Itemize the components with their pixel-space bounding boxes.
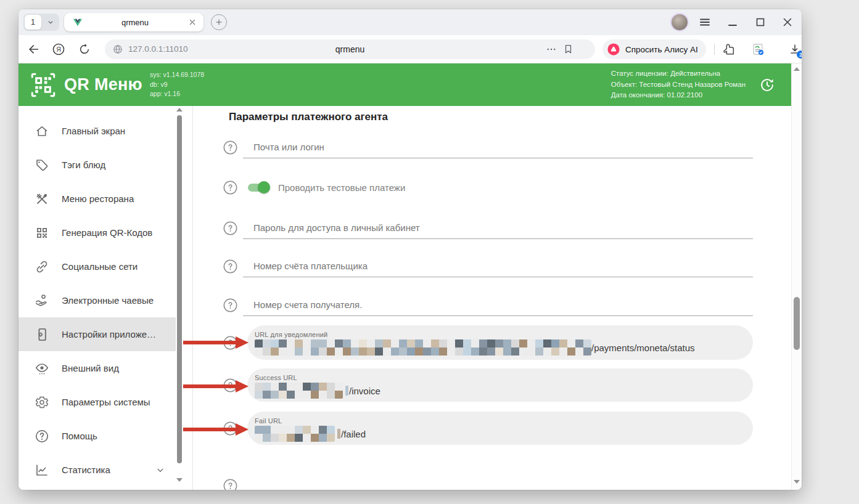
- sidebar-item-label: Тэги блюд: [62, 160, 105, 170]
- sidebar-item-electronic-tips[interactable]: Электронные чаевые: [18, 283, 176, 317]
- tab-close-icon[interactable]: [187, 17, 197, 27]
- redacted-fragment: [345, 386, 348, 396]
- sidebar-item-social-networks[interactable]: Социальные сети: [18, 250, 176, 283]
- tab-counter[interactable]: 1: [25, 15, 41, 30]
- version-info: sys: v1.14.69.1078 db: v9 app: v1.16: [150, 70, 204, 99]
- bookmark-icon[interactable]: [562, 43, 574, 55]
- vue-favicon-icon: [73, 17, 83, 27]
- app-title: QR Меню: [64, 75, 142, 94]
- extension-mitten-icon[interactable]: [722, 43, 736, 56]
- page-scrollbar[interactable]: [791, 63, 802, 490]
- recipient-account-placeholder: Номер счета получателя.: [253, 299, 362, 310]
- sidebar-item-qr-generation[interactable]: Генерация QR-Кодов: [18, 216, 176, 250]
- notification-url-value: /payments/moneta/status: [255, 339, 742, 356]
- fail-url-value: /failed: [255, 426, 742, 442]
- sidebar-item-home[interactable]: Главный экран: [18, 114, 176, 148]
- license-refresh-icon[interactable]: [759, 77, 775, 93]
- notification-url-label: URL для уведомлений: [255, 331, 742, 338]
- phone-gear-icon: [35, 327, 49, 342]
- home-icon: [35, 124, 49, 139]
- payer-account-row: Номер счёта плательщика: [223, 255, 753, 277]
- help-icon[interactable]: [223, 140, 237, 155]
- chevron-down-icon[interactable]: [46, 18, 55, 26]
- db-version: db: v9: [150, 80, 204, 90]
- ask-alice-button[interactable]: Спросить Алису AI: [602, 39, 706, 59]
- app-header: QR Меню sys: v1.14.69.1078 db: v9 app: v…: [18, 63, 791, 106]
- sidebar-item-restaurant-menu[interactable]: Меню ресторана: [18, 182, 176, 216]
- test-payments-row: Проводить тестовые платежи: [223, 177, 405, 197]
- notification-url-field[interactable]: URL для уведомлений /payments/moneta/sta…: [247, 325, 753, 360]
- redacted-url-mosaic: [255, 426, 335, 442]
- sidebar: Главный экранТэги блюдМеню ресторанаГене…: [18, 106, 193, 490]
- browser-menu-icon[interactable]: [697, 15, 712, 30]
- scroll-down-icon[interactable]: [794, 480, 800, 484]
- sidebar-scroll-up-icon[interactable]: [176, 108, 183, 112]
- redacted-url-mosaic: [255, 339, 591, 356]
- sys-version: sys: v1.14.69.1078: [150, 70, 204, 80]
- more-options-icon[interactable]: [546, 44, 557, 55]
- password-placeholder: Пароль для доступа в личный кабинет: [253, 222, 420, 233]
- chevron-down-icon[interactable]: [155, 465, 166, 476]
- payer-account-field[interactable]: Номер счёта плательщика: [243, 255, 753, 277]
- notification-url-row: URL для уведомлений /payments/moneta/sta…: [223, 325, 753, 360]
- test-payments-toggle[interactable]: [247, 181, 270, 193]
- sidebar-nav: Главный экранТэги блюдМеню ресторанаГене…: [18, 114, 192, 487]
- reload-button[interactable]: [78, 43, 91, 56]
- profile-avatar[interactable]: [672, 14, 688, 30]
- help-icon[interactable]: [223, 181, 237, 195]
- tab-counter-group[interactable]: 1: [23, 14, 59, 31]
- stats-icon: [35, 463, 49, 478]
- recipient-account-row: Номер счета получателя.: [223, 294, 753, 316]
- sidebar-item-statistics[interactable]: Статистика: [18, 453, 176, 487]
- password-field[interactable]: Пароль для доступа в личный кабинет: [243, 217, 753, 239]
- section-title: Параметры платежного агента: [229, 111, 388, 123]
- svg-text:Я: Я: [56, 46, 61, 53]
- toggle-knob: [258, 181, 270, 193]
- minimize-button[interactable]: [725, 15, 740, 30]
- tips-icon: [35, 293, 49, 308]
- yandex-icon[interactable]: Я: [52, 43, 65, 56]
- fail-url-row: Fail URL /failed: [223, 412, 753, 445]
- success-url-suffix: /invoice: [349, 386, 380, 396]
- sidebar-item-help[interactable]: Помощь: [18, 419, 176, 453]
- email-field-row: Почта или логин: [223, 136, 753, 158]
- maximize-button[interactable]: [753, 15, 768, 30]
- toggle-label: Проводить тестовые платежи: [278, 182, 405, 193]
- redacted-url-mosaic: [255, 383, 343, 399]
- fail-url-field[interactable]: Fail URL /failed: [247, 412, 753, 445]
- tag-icon: [35, 158, 49, 173]
- page-scrollbar-thumb[interactable]: [794, 297, 800, 350]
- sidebar-item-label: Настройки приложе…: [62, 329, 156, 339]
- help-icon[interactable]: [223, 259, 237, 274]
- recipient-account-field[interactable]: Номер счета получателя.: [243, 294, 753, 316]
- success-url-field[interactable]: Success URL /invoice: [247, 368, 753, 402]
- help-icon[interactable]: [223, 298, 237, 312]
- fail-url-suffix: /failed: [341, 429, 366, 439]
- email-field[interactable]: Почта или логин: [243, 136, 753, 158]
- link-icon: [35, 259, 49, 274]
- new-tab-button[interactable]: [211, 14, 227, 30]
- help-icon[interactable]: [223, 479, 237, 490]
- sidebar-item-system-params[interactable]: Параметры системы: [18, 385, 176, 419]
- success-url-value: /invoice: [255, 383, 742, 399]
- annotation-arrow-notification-url: [183, 341, 236, 344]
- back-button[interactable]: [27, 43, 41, 56]
- sidebar-item-appearance[interactable]: Внешний вид: [18, 351, 176, 385]
- payment-agent-form: Параметры платежного агента Почта или ло…: [194, 106, 791, 490]
- extension-doc-icon[interactable]: [751, 43, 765, 56]
- address-bar[interactable]: 127.0.0.1:11010 qrmenu: [105, 39, 595, 59]
- sidebar-scrollbar[interactable]: [177, 115, 182, 463]
- qr-icon: [35, 226, 49, 240]
- qr-logo-icon: [30, 71, 57, 99]
- scroll-up-icon[interactable]: [794, 67, 800, 71]
- sidebar-item-label: Электронные чаевые: [62, 295, 154, 306]
- restaurant-icon: [35, 192, 49, 206]
- browser-tab-qrmenu[interactable]: qrmenu: [64, 13, 203, 31]
- sidebar-scroll-down-icon[interactable]: [176, 478, 183, 482]
- sidebar-item-app-settings[interactable]: Настройки приложе…: [18, 317, 176, 351]
- annotation-arrow-fail-url: [183, 428, 236, 431]
- help-icon[interactable]: [223, 221, 237, 235]
- sidebar-item-dish-tags[interactable]: Тэги блюд: [18, 148, 176, 182]
- close-window-button[interactable]: [780, 15, 795, 30]
- browser-toolbar: Я 127.0.0.1:11010 qrmenu Спросить Алису …: [18, 35, 802, 63]
